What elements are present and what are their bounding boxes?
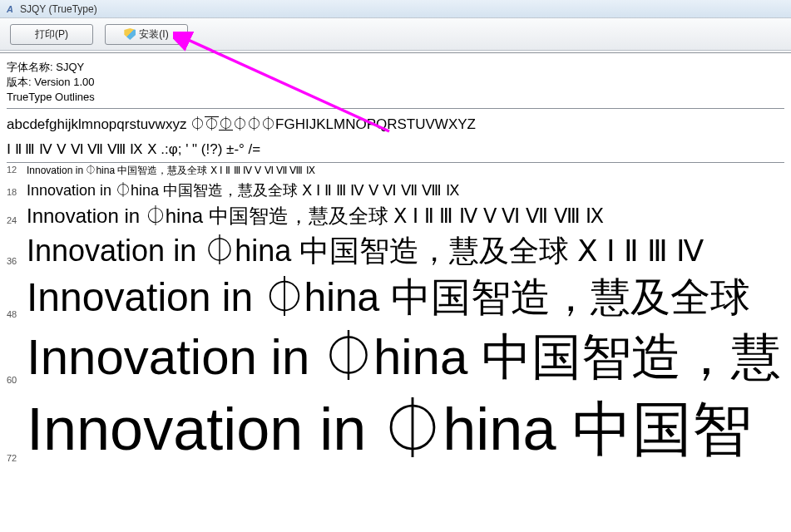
sample-size-label: 36 [7,256,27,269]
sample-text: Innovation in ⏀hina 中国智造，慧及全球 [27,273,750,323]
sample-text: Innovation in ⏀hina 中国智造，慧及全球 Ⅹ Ⅰ Ⅱ Ⅲ Ⅳ … [27,181,460,200]
content-area: 字体名称: SJQY 版本: Version 1.00 TrueType Out… [0,55,791,466]
print-button[interactable]: 打印(P) [10,24,93,45]
window-titlebar: A SJQY (TrueType) [0,0,791,18]
window-title: SJQY (TrueType) [20,3,97,15]
font-outlines-label: TrueType Outlines [7,90,784,105]
sample-size-label: 24 [7,215,27,229]
samples-container: 12Innovation in ⏀hina 中国智造，慧及全球 Ⅹ Ⅰ Ⅱ Ⅲ … [7,165,784,466]
print-button-label: 打印(P) [35,27,68,42]
sample-text: Innovation in ⏀hina 中国智造，慧及全球 Ⅹ Ⅰ Ⅱ Ⅲ Ⅳ … [27,165,315,177]
sample-text: Innovation in ⏀hina 中国智造，慧及全球 Ⅹ Ⅰ Ⅱ Ⅲ Ⅳ [27,232,704,269]
sample-text: Innovation in ⏀hina 中国智造，慧 [27,326,781,388]
uac-shield-icon [124,28,136,40]
install-button-label: 安装(I) [139,27,168,42]
sample-row: 36Innovation in ⏀hina 中国智造，慧及全球 Ⅹ Ⅰ Ⅱ Ⅲ … [7,232,784,269]
meta-divider [7,108,784,109]
install-button[interactable]: 安装(I) [105,24,188,45]
sample-row: 18Innovation in ⏀hina 中国智造，慧及全球 Ⅹ Ⅰ Ⅱ Ⅲ … [7,181,784,200]
sample-text: Innovation in ⏀hina 中国智造，慧及全球 Ⅹ Ⅰ Ⅱ Ⅲ Ⅳ … [27,204,605,229]
sample-size-label: 48 [7,309,27,323]
font-version-label: 版本: Version 1.00 [7,75,784,90]
charset-divider [7,162,784,163]
toolbar: 打印(P) 安装(I) [0,18,791,51]
sample-size-label: 12 [7,165,27,178]
sample-row: 48Innovation in ⏀hina 中国智造，慧及全球 [7,273,784,323]
sample-size-label: 60 [7,375,27,388]
sample-row: 12Innovation in ⏀hina 中国智造，慧及全球 Ⅹ Ⅰ Ⅱ Ⅲ … [7,165,784,178]
sample-size-label: 18 [7,187,27,200]
font-name-label: 字体名称: SJQY [7,60,784,75]
charset-line-2: Ⅰ Ⅱ Ⅲ Ⅳ Ⅴ Ⅵ Ⅶ Ⅷ Ⅸ Ⅹ .:φ; ' " (!?) ±-° /= [7,140,784,159]
toolbar-divider [0,52,791,53]
sample-text: Innovation in ⏀hina 中国智 [27,392,752,466]
charset-line-1: abcdefghijklmnopqrstuvwxyz ⏀⏁⏂⏀⏀⏀FGHIJKL… [7,116,784,134]
sample-row: 24Innovation in ⏀hina 中国智造，慧及全球 Ⅹ Ⅰ Ⅱ Ⅲ … [7,204,784,229]
font-app-icon: A [5,3,17,15]
sample-size-label: 72 [7,453,27,466]
svg-text:A: A [6,4,13,14]
sample-row: 72Innovation in ⏀hina 中国智 [7,392,784,466]
sample-row: 60Innovation in ⏀hina 中国智造，慧 [7,326,784,388]
